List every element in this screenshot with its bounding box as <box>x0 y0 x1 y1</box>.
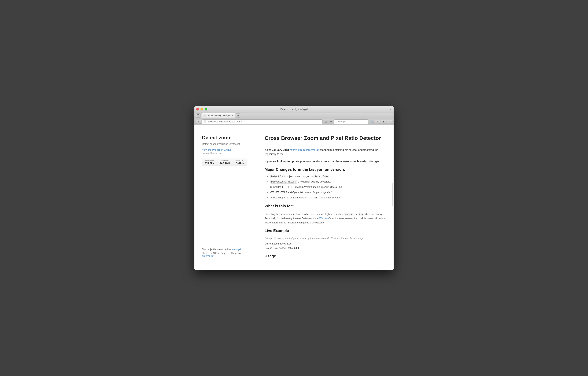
main-content: Cross Browser Zoom and Pixel Ratio Detec… <box>255 135 386 261</box>
what-text4: Personally I'm maitaining it to use Dete… <box>265 217 319 220</box>
live-example-heading: Live Example <box>265 229 386 233</box>
sidebar-footer: This project is maintained by tombigel H… <box>202 248 247 257</box>
project-subtitle: Detect zoom level using Javascript <box>202 143 247 145</box>
view-github-button[interactable]: View On GitHub <box>232 158 247 167</box>
code-ratio: DetectZoom.ratio() <box>270 180 297 184</box>
pixel-ratio-line: Device Pixel Aspect Ratio: 2.00 <box>265 246 386 250</box>
pixel-value: 2.00 <box>294 247 299 249</box>
window-title: Detect-zoom by tombigel <box>280 108 308 111</box>
what-paragraph2: Personally I'm maitaining it to use Dete… <box>265 216 386 225</box>
sidebar-toggle[interactable]: ☰ <box>196 113 201 117</box>
what-paragraph1: Detecting the browser zoom level can be … <box>265 212 386 216</box>
download-tar-label: Download <box>219 159 231 162</box>
sidebar: Detect-zoom Detect zoom level using Java… <box>202 135 255 261</box>
list-item: Added support to be loaded as an AMD and… <box>270 195 386 200</box>
download-tar-main: TAR Ball <box>219 162 231 165</box>
list-item: DetectZoom object name changed to detect… <box>270 174 386 179</box>
changes-list: DetectZoom object name changed to detect… <box>265 174 386 200</box>
what-text1: Detecting the browser zoom level can be … <box>265 213 343 216</box>
download-zip-main: ZIP File <box>204 162 215 165</box>
browser-tab[interactable]: Detect-zoom by tombigel ✕ <box>201 113 235 118</box>
list-item: DetectZoom.ratio() is no longer publicly… <box>270 179 386 184</box>
download-zip-label: Download <box>204 159 215 162</box>
page-wrapper: Detect-zoom Detect zoom level using Java… <box>194 125 394 270</box>
back-button[interactable]: ‹ <box>196 120 201 124</box>
notice-block: As of January 2013 https://github.com/yo… <box>265 148 386 156</box>
tabbar: ☰ Detect-zoom by tombigel ✕ + <box>194 113 394 118</box>
search-engine-icon: G <box>336 120 337 123</box>
sidebar-footer-area: This project is maintained by tombigel H… <box>202 172 247 257</box>
footer-hosted-line: Hosted on GitHub Pages — Theme by ordere… <box>202 252 247 257</box>
zoom-value: 2.00 <box>287 242 291 245</box>
img-code: img <box>358 213 364 216</box>
addressbar: ‹ tombigel.github.com/detect-zoom/ ☆ ↻ G… <box>194 118 394 125</box>
live-label: Change the zoom level of your browser (c… <box>265 237 386 240</box>
what-heading: What is this for? <box>265 204 386 208</box>
reload-icon[interactable]: ↻ <box>329 120 333 124</box>
search-field[interactable]: G Google <box>334 119 368 124</box>
main-title: Cross Browser Zoom and Pixel Ratio Detec… <box>265 135 386 145</box>
minimize-button[interactable] <box>201 108 203 111</box>
wix-link[interactable]: Wix.com <box>319 217 329 220</box>
bookmark-icon[interactable]: ☆ <box>324 120 328 124</box>
resize-icon[interactable]: ⤢ <box>390 108 392 111</box>
menu-button[interactable]: ≡ <box>387 120 392 124</box>
site-favicon <box>204 120 206 123</box>
what-text3: when necessary. <box>364 213 383 216</box>
page-content: Detect-zoom Detect zoom level using Java… <box>194 125 394 270</box>
zoom-level-line: Current zoom level: 2.00 <box>265 241 386 246</box>
code-detect-zoom-new: detectZoom <box>313 175 329 178</box>
notice-intro: As of January 2013 <box>265 148 289 151</box>
breaking-changes-notice: If you are looking to update previous ve… <box>265 159 386 164</box>
download-tar-button[interactable]: Download TAR Ball <box>217 158 232 167</box>
close-button[interactable] <box>196 108 199 111</box>
usage-heading: Usage <box>265 254 386 258</box>
tab-close-icon[interactable]: ✕ <box>232 115 233 116</box>
window-controls <box>196 108 207 111</box>
major-changes-heading: Major Changes form the last yonran versi… <box>265 167 386 172</box>
view-gh-label: View On <box>234 159 246 162</box>
download-buttons-group: Download ZIP File Download TAR Ball View… <box>202 158 247 167</box>
yonran-link[interactable]: https://github.com/yonran <box>290 148 320 151</box>
footer-hosted-text: Hosted on GitHub Pages — Theme by <box>202 252 241 254</box>
what-section: Detecting the browser zoom level can be … <box>265 212 386 225</box>
footer-maintained-line: This project is maintained by tombigel <box>202 248 247 251</box>
search-icon[interactable]: 🔍 <box>369 120 374 124</box>
list-item: IE6, IE7, FF3.6 and Opera 10.x are no lo… <box>270 190 386 195</box>
browser-utility-buttons: ⌂ ▣ ≡ <box>374 120 392 124</box>
screenshot-button[interactable]: ▣ <box>381 120 386 124</box>
code-detect-zoom-old: DetectZoom <box>270 175 286 178</box>
url-text: tombigel.github.com/detect-zoom/ <box>207 120 242 123</box>
tab-favicon <box>203 115 206 117</box>
download-zip-button[interactable]: Download ZIP File <box>202 158 217 167</box>
what-text2: or <box>355 213 357 216</box>
breaking-text: If you are looking to update previous ve… <box>265 160 381 163</box>
address-icons: ☆ ↻ <box>324 120 333 124</box>
scrollbar[interactable] <box>392 183 393 206</box>
tab-label: Detect-zoom by tombigel <box>207 115 230 117</box>
zoom-label: Current zoom level: <box>265 242 286 245</box>
maximize-button[interactable] <box>205 108 207 111</box>
github-link[interactable]: View the Project on GitHub <box>202 148 247 151</box>
repo-name: tombigel/detect-zoom <box>202 152 247 154</box>
footer-theme-link[interactable]: orderedlist <box>202 254 214 257</box>
live-example-section: Change the zoom level of your browser (c… <box>265 237 386 250</box>
footer-author-link[interactable]: tombigel <box>231 248 241 251</box>
pixel-label: Device Pixel Aspect Ratio: <box>265 247 293 249</box>
new-tab-button[interactable]: + <box>236 113 240 117</box>
home-button[interactable]: ⌂ <box>374 120 380 124</box>
titlebar: Detect-zoom by tombigel ⤢ <box>194 106 394 113</box>
project-title: Detect-zoom <box>202 135 247 141</box>
view-gh-main: GitHub <box>234 162 246 165</box>
browser-window: Detect-zoom by tombigel ⤢ ☰ Detect-zoom … <box>194 106 394 270</box>
zoom-info: Current zoom level: 2.00 Device Pixel As… <box>265 241 386 250</box>
list-item: Supports: IE8+, FF4+, modern Webkit, mob… <box>270 185 386 189</box>
footer-maintained-text: This project is maintained by <box>202 248 231 251</box>
canvas-code: canvas <box>344 213 354 216</box>
address-field[interactable]: tombigel.github.com/detect-zoom/ <box>202 119 323 124</box>
search-placeholder: Google <box>338 120 346 123</box>
